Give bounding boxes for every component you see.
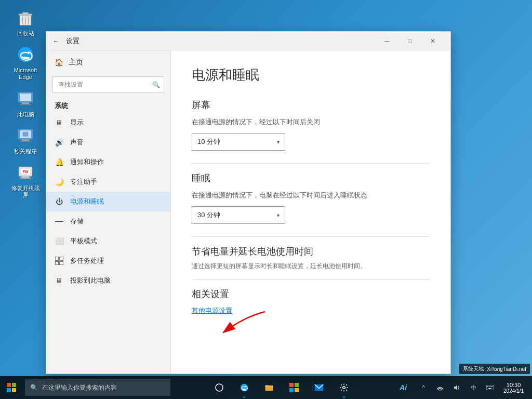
sidebar-item-display[interactable]: 🖥 显示 bbox=[46, 113, 170, 132]
desktop-icon-fix-app[interactable]: FIX 修复开机黑屏 bbox=[7, 160, 44, 201]
related-section: 相关设置 其他电源设置 bbox=[192, 288, 430, 315]
display-label: 显示 bbox=[70, 118, 84, 127]
svg-rect-28 bbox=[12, 383, 16, 387]
taskbar-ai-button[interactable]: Ai bbox=[390, 376, 416, 399]
back-button[interactable]: ← bbox=[52, 37, 60, 45]
screen-timeout-dropdown[interactable]: 10 分钟 ▾ bbox=[192, 133, 285, 151]
desktop-icon-recycle-bin[interactable]: 回收站 bbox=[7, 5, 44, 39]
fix-app-icon: FIX bbox=[15, 162, 36, 183]
svg-rect-27 bbox=[7, 383, 11, 387]
svg-rect-9 bbox=[22, 102, 29, 104]
sidebar-item-storage[interactable]: 存储 bbox=[46, 211, 170, 231]
window-title: 设置 bbox=[66, 36, 376, 46]
project-icon: 🖥 bbox=[55, 276, 64, 285]
svg-rect-21 bbox=[55, 221, 63, 222]
minimize-button[interactable]: ─ bbox=[376, 33, 398, 49]
screen-timeout-value: 10 分钟 bbox=[197, 137, 220, 147]
ai-label: Ai bbox=[400, 383, 407, 392]
desktop-icons: 回收站 Microsoft Edge bbox=[7, 5, 44, 201]
focus-label: 专注助手 bbox=[70, 177, 97, 187]
sleep-dropdown-arrow: ▾ bbox=[277, 212, 280, 218]
secret-app-icon bbox=[15, 125, 36, 146]
svg-rect-37 bbox=[295, 388, 299, 392]
desktop-icon-secret-app[interactable]: 秒关程序 bbox=[7, 123, 44, 157]
sleep-timeout-dropdown[interactable]: 30 分钟 ▾ bbox=[192, 206, 285, 224]
svg-rect-29 bbox=[7, 388, 11, 392]
watermark: 系统天地 XiTongTianDi.net bbox=[459, 364, 530, 374]
page-title: 电源和睡眠 bbox=[192, 66, 430, 84]
taskbar-app-icons bbox=[172, 376, 390, 399]
taskbar-search-bar[interactable]: 🔍 在这里输入你要搜索的内容 bbox=[25, 379, 170, 396]
sidebar-item-power[interactable]: ⏻ 电源和睡眠 bbox=[46, 192, 170, 211]
taskbar-settings-button[interactable] bbox=[332, 376, 355, 399]
svg-rect-13 bbox=[22, 139, 29, 141]
sidebar-section-label: 系统 bbox=[46, 97, 170, 113]
close-button[interactable]: ✕ bbox=[421, 33, 444, 49]
divider-1 bbox=[192, 163, 430, 164]
watermark-text: 系统天地 bbox=[463, 365, 484, 373]
desktop-icon-edge[interactable]: Microsoft Edge bbox=[7, 42, 44, 83]
tray-network-icon[interactable] bbox=[433, 376, 447, 399]
svg-rect-25 bbox=[60, 261, 63, 265]
tray-volume-icon[interactable] bbox=[449, 376, 464, 399]
battery-title: 节省电量并延长电池使用时间 bbox=[192, 245, 430, 258]
other-power-settings-link[interactable]: 其他电源设置 bbox=[192, 306, 232, 315]
taskbar-store-button[interactable] bbox=[283, 376, 305, 399]
start-button[interactable] bbox=[0, 376, 23, 399]
taskbar-search-placeholder: 在这里输入你要搜索的内容 bbox=[42, 383, 117, 392]
taskbar-clock[interactable]: 10:30 2024/1/1 bbox=[499, 382, 528, 394]
sleep-section-title: 睡眠 bbox=[192, 172, 430, 184]
svg-rect-23 bbox=[60, 257, 63, 260]
desktop: 回收站 Microsoft Edge bbox=[0, 0, 532, 399]
this-pc-label: 此电脑 bbox=[17, 111, 34, 118]
sidebar-item-multitask[interactable]: 多任务处理 bbox=[46, 251, 170, 271]
watermark-url: XiTongTianDi.net bbox=[487, 366, 526, 372]
svg-point-40 bbox=[440, 390, 441, 391]
sound-icon: 🔊 bbox=[55, 138, 64, 147]
clock-date: 2024/1/1 bbox=[503, 388, 524, 394]
taskbar-files-button[interactable] bbox=[258, 376, 281, 399]
search-input[interactable] bbox=[52, 76, 164, 93]
screen-dropdown-arrow: ▾ bbox=[277, 139, 280, 145]
main-content: 电源和睡眠 屏幕 在接通电源的情况下，经过以下时间后关闭 10 分钟 ▾ 睡眠 … bbox=[171, 50, 450, 374]
sidebar-item-notifications[interactable]: 🔔 通知和操作 bbox=[46, 152, 170, 172]
tablet-icon: ⬜ bbox=[55, 236, 64, 246]
sidebar-item-tablet[interactable]: ⬜ 平板模式 bbox=[46, 231, 170, 251]
task-view-button[interactable] bbox=[208, 376, 231, 399]
recycle-bin-label: 回收站 bbox=[17, 30, 34, 37]
svg-rect-34 bbox=[289, 383, 294, 387]
svg-rect-15 bbox=[23, 132, 29, 137]
svg-rect-14 bbox=[20, 141, 31, 142]
sidebar-item-focus[interactable]: 🌙 专注助手 bbox=[46, 172, 170, 192]
tray-keyboard-icon[interactable] bbox=[483, 376, 497, 399]
settings-window: ← 设置 ─ □ ✕ 🏠 主页 🔍 系统 bbox=[46, 31, 451, 374]
svg-rect-19 bbox=[20, 178, 31, 179]
search-icon: 🔍 bbox=[152, 81, 160, 88]
svg-rect-30 bbox=[12, 388, 16, 392]
maximize-button[interactable]: □ bbox=[398, 33, 421, 49]
tablet-label: 平板模式 bbox=[70, 236, 97, 246]
related-title: 相关设置 bbox=[192, 288, 430, 300]
home-icon: 🏠 bbox=[55, 58, 63, 66]
edge-label: Microsoft Edge bbox=[9, 67, 42, 81]
edge-icon bbox=[15, 44, 36, 65]
sidebar-item-project[interactable]: 🖥 投影到此电脑 bbox=[46, 271, 170, 290]
battery-desc: 通过选择更短的屏幕显示时长和睡眠设置，延长电池使用时间。 bbox=[192, 262, 430, 271]
screen-section-title: 屏幕 bbox=[192, 99, 430, 111]
taskbar-mail-button[interactable] bbox=[308, 376, 330, 399]
focus-icon: 🌙 bbox=[55, 177, 64, 187]
notifications-icon: 🔔 bbox=[55, 157, 64, 167]
desktop-icon-this-pc[interactable]: 此电脑 bbox=[7, 86, 44, 120]
taskbar-edge-button[interactable] bbox=[233, 376, 256, 399]
svg-text:FIX: FIX bbox=[23, 169, 29, 174]
tray-expand-button[interactable]: ^ bbox=[416, 376, 431, 399]
svg-rect-42 bbox=[486, 385, 494, 390]
storage-label: 存储 bbox=[70, 217, 84, 226]
storage-icon bbox=[55, 217, 64, 226]
sidebar-item-sound[interactable]: 🔊 声音 bbox=[46, 132, 170, 152]
tray-lang-icon[interactable]: 中 bbox=[466, 376, 481, 399]
sidebar-home-button[interactable]: 🏠 主页 bbox=[46, 50, 170, 74]
taskbar: 🔍 在这里输入你要搜索的内容 bbox=[0, 376, 532, 399]
power-label: 电源和睡眠 bbox=[70, 197, 104, 206]
svg-rect-22 bbox=[55, 257, 59, 260]
